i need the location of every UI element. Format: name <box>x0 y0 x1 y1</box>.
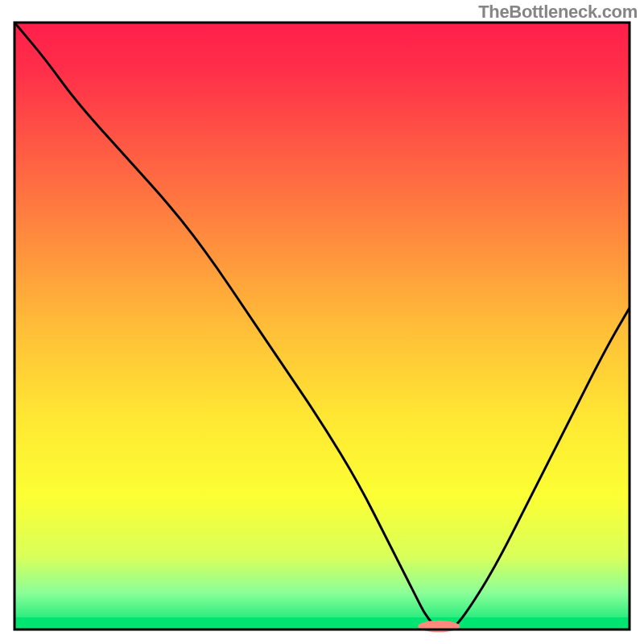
chart-svg <box>0 0 644 644</box>
watermark-text: TheBottleneck.com <box>478 2 638 23</box>
gradient-background <box>14 23 630 630</box>
optimal-band <box>14 617 630 630</box>
bottleneck-chart: TheBottleneck.com <box>0 0 644 644</box>
